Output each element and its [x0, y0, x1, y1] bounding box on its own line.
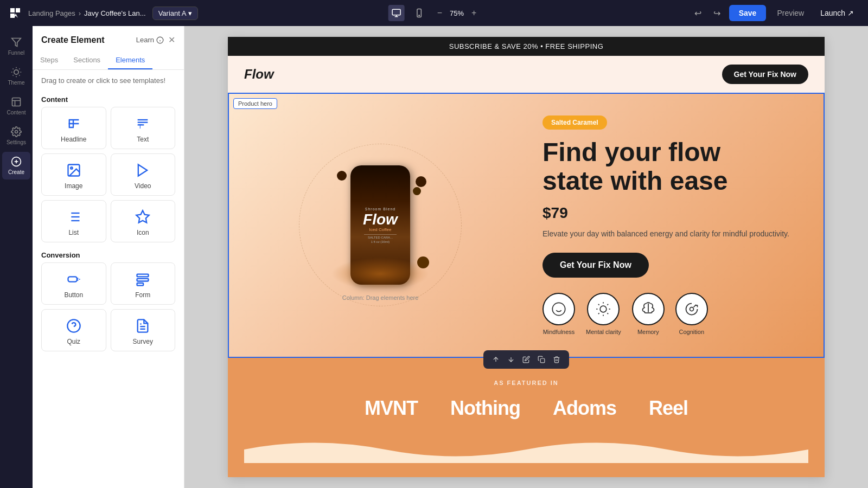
- toolbar-edit-button[interactable]: [519, 354, 533, 365]
- memory-label: Memory: [637, 329, 659, 335]
- sidebar-item-theme[interactable]: Theme: [2, 62, 30, 90]
- hero-description: Elevate your day with balanced energy an…: [542, 228, 802, 240]
- panel-close-button[interactable]: ✕: [168, 35, 175, 45]
- video-label: Video: [135, 182, 151, 190]
- topbar: Landing Pages › Javy Coffee's Lan... Var…: [0, 0, 868, 26]
- svg-rect-5: [12, 98, 21, 106]
- element-image[interactable]: Image: [41, 153, 106, 196]
- svg-marker-3: [12, 38, 21, 47]
- undo-button[interactable]: ↩: [691, 6, 705, 21]
- zoom-control: − 75% +: [434, 7, 480, 19]
- featured-logo-adoms: Adoms: [553, 397, 616, 420]
- content-section-title: Content: [33, 91, 184, 107]
- element-text[interactable]: T Text: [111, 107, 176, 149]
- mood-icon: [551, 301, 566, 317]
- product-hero-label: Product hero: [233, 98, 277, 109]
- element-form[interactable]: Form: [111, 262, 176, 305]
- toolbar-duplicate-button[interactable]: [534, 354, 548, 365]
- launch-button[interactable]: Launch ↗: [815, 5, 859, 21]
- featured-logos: MVNT Nothing Adoms Reel: [244, 397, 808, 420]
- mood-icon-circle: [542, 293, 575, 325]
- breadcrumb: Landing Pages › Javy Coffee's Lan...: [28, 9, 146, 17]
- text-icon: T: [135, 116, 150, 131]
- sidebar-item-content[interactable]: Content: [2, 92, 30, 120]
- breadcrumb-parent[interactable]: Landing Pages: [28, 9, 75, 17]
- image-label: Image: [65, 182, 82, 190]
- hero-cta-button[interactable]: Get Your Fix Now: [542, 253, 649, 278]
- element-button[interactable]: Button: [41, 262, 106, 305]
- svg-text:H: H: [68, 119, 74, 129]
- element-headline[interactable]: H Headline: [41, 107, 106, 149]
- svg-rect-29: [137, 283, 144, 286]
- element-quiz[interactable]: Quiz: [41, 309, 106, 351]
- mobile-view-button[interactable]: [411, 5, 427, 21]
- hero-right-column: Salted Caramel Find your flow state with…: [532, 94, 824, 357]
- breadcrumb-current: Javy Coffee's Lan...: [84, 9, 146, 17]
- element-survey[interactable]: Survey: [111, 309, 176, 351]
- toolbar-up-button[interactable]: [489, 354, 503, 365]
- nav-cta-button[interactable]: Get Your Fix Now: [722, 65, 808, 84]
- benefit-memory: Memory: [632, 293, 665, 335]
- panel-tabs: Steps Sections Elements: [33, 52, 184, 70]
- element-icon[interactable]: Icon: [111, 200, 176, 242]
- icon-label: Icon: [137, 229, 149, 236]
- arrow-up-icon: [492, 356, 500, 363]
- conversion-elements-grid: Button Form Quiz Survey: [33, 262, 184, 356]
- toolbar-delete-button[interactable]: [550, 354, 564, 365]
- video-icon: [135, 163, 150, 178]
- floating-toolbar: [483, 350, 569, 369]
- tab-steps[interactable]: Steps: [33, 52, 66, 69]
- svg-line-41: [608, 313, 609, 314]
- hero-price: $79: [542, 204, 802, 222]
- svg-point-17: [71, 167, 73, 169]
- button-icon: [66, 272, 81, 287]
- svg-point-2: [419, 15, 420, 16]
- head-icon-circle: [675, 293, 708, 325]
- zoom-in-button[interactable]: +: [468, 7, 480, 19]
- text-label: Text: [137, 136, 149, 143]
- element-video[interactable]: Video: [111, 153, 176, 196]
- svg-rect-26: [68, 277, 76, 281]
- svg-rect-27: [137, 274, 149, 277]
- variant-selector[interactable]: Variant A ▾: [152, 7, 199, 20]
- sidebar-item-create[interactable]: Create: [2, 152, 30, 179]
- featured-logo-nothing: Nothing: [450, 397, 520, 420]
- featured-logo-reel: Reel: [649, 397, 688, 420]
- breadcrumb-separator: ›: [79, 9, 81, 17]
- mental-clarity-label: Mental clarity: [586, 329, 621, 335]
- svg-marker-25: [137, 210, 149, 222]
- toolbar-down-button[interactable]: [504, 354, 518, 365]
- redo-button[interactable]: ↪: [710, 6, 724, 21]
- save-button[interactable]: Save: [729, 5, 767, 21]
- element-list[interactable]: List: [41, 200, 106, 242]
- preview-button[interactable]: Preview: [771, 5, 809, 21]
- content-elements-grid: H Headline T Text Image Video List: [33, 107, 184, 247]
- hero-badge: Salted Caramel: [542, 115, 607, 130]
- tab-elements[interactable]: Elements: [108, 52, 152, 69]
- hero-benefits-row: Mindfulness Mental clarity: [542, 293, 802, 335]
- zoom-value: 75%: [450, 9, 464, 17]
- sidebar-item-funnel[interactable]: Funnel: [2, 33, 30, 60]
- tab-sections[interactable]: Sections: [66, 52, 108, 69]
- zoom-out-button[interactable]: −: [434, 7, 445, 19]
- topbar-actions: ↩ ↪ Save Preview Launch ↗: [691, 5, 859, 21]
- mindfulness-label: Mindfulness: [543, 329, 575, 335]
- featured-section: AS FEATURED IN MVNT Nothing Adoms Reel: [228, 358, 825, 477]
- sun-icon: [596, 301, 611, 317]
- arrow-down-icon: [507, 356, 515, 363]
- desktop-view-button[interactable]: [388, 5, 405, 21]
- hero-left-column: Shroom Blend Flow Iced Coffee SALTED CAR…: [229, 144, 532, 306]
- elements-panel: Create Element Learn ✕ Steps Sections El…: [33, 26, 184, 488]
- announcement-bar: SUBSCRIBE & SAVE 20% • FREE SHIPPING: [228, 37, 825, 56]
- benefit-cognition: Cognition: [675, 293, 708, 335]
- list-label: List: [68, 229, 79, 236]
- sidebar-item-settings[interactable]: Settings: [2, 122, 30, 150]
- svg-point-4: [14, 70, 18, 74]
- brain-icon-circle: [632, 293, 665, 325]
- svg-text:T: T: [138, 123, 142, 130]
- learn-link[interactable]: Learn: [136, 36, 164, 44]
- panel-header: Create Element Learn ✕: [33, 26, 184, 45]
- head-icon: [684, 301, 699, 317]
- list-icon: [66, 209, 81, 224]
- quiz-label: Quiz: [67, 338, 80, 345]
